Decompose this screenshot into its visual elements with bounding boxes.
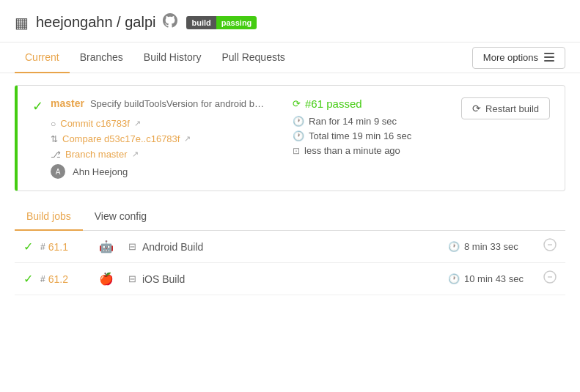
job-action-icon-2[interactable] <box>543 270 557 287</box>
build-stats: 🕐 Ran for 14 min 9 sec 🕐 Total time 19 m… <box>293 116 439 156</box>
ago-label: less than a minute ago <box>304 145 400 156</box>
svg-rect-2 <box>544 60 554 62</box>
job-number-1[interactable]: # 61.1 <box>40 241 84 253</box>
branch-external-icon: ↗ <box>132 149 139 159</box>
restart-icon: ⟳ <box>472 103 481 114</box>
ago-row: ⊡ less than a minute ago <box>293 145 439 156</box>
compare-link[interactable]: Compare d53c17e..c16783f <box>62 133 180 144</box>
commit-external-icon: ↗ <box>134 119 141 128</box>
total-time-row: 🕐 Total time 19 min 16 sec <box>293 130 439 141</box>
repo-icon: ▦ <box>15 14 29 32</box>
android-os-icon: 🤖 <box>99 240 114 254</box>
restart-build-button[interactable]: ⟳ Restart build <box>461 97 550 119</box>
job-check-icon-1: ✓ <box>23 240 33 254</box>
tab-view-config[interactable]: View config <box>83 203 158 231</box>
author-row: A Ahn Heejong <box>51 164 293 179</box>
ago-icon: ⊡ <box>293 146 300 156</box>
job-name-2: iOS Build <box>142 273 185 285</box>
svg-rect-1 <box>544 56 554 58</box>
svg-rect-0 <box>544 53 554 54</box>
job-name-section-1: ⊟ Android Build <box>128 241 448 253</box>
badge-build-label: build <box>186 16 216 29</box>
build-badge: build passing <box>186 16 257 29</box>
repo-title: heejongahn / galpi <box>36 14 155 31</box>
build-status-section: ⟳ #61 passed 🕐 Ran for 14 min 9 sec 🕐 To… <box>293 97 439 156</box>
more-options-label: More options <box>483 52 538 63</box>
github-icon <box>163 13 177 32</box>
job-type-icon-2: ⊟ <box>128 273 136 284</box>
job-time-2: 🕐 10 min 43 sec <box>448 273 536 284</box>
passed-label: #61 passed <box>305 97 362 110</box>
header: ▦ heejongahn / galpi build passing <box>0 0 580 42</box>
branch-row: ⎇ Branch master ↗ <box>51 149 293 160</box>
badge-passing-label: passing <box>216 16 257 29</box>
tab-build-jobs[interactable]: Build jobs <box>15 203 83 231</box>
job-time-icon-1: 🕐 <box>448 241 460 252</box>
job-action-icon-1[interactable] <box>543 238 557 255</box>
hash-icon-2: # <box>40 274 45 284</box>
commit-link[interactable]: Commit c16783f <box>60 118 130 129</box>
build-check-icon: ✓ <box>32 98 43 114</box>
passed-icon: ⟳ <box>293 98 301 109</box>
branch-name[interactable]: master <box>51 97 84 109</box>
table-row: ✓ # 61.1 🤖 ⊟ Android Build 🕐 8 min 33 se… <box>15 231 565 263</box>
ran-for-row: 🕐 Ran for 14 min 9 sec <box>293 116 439 127</box>
total-time-label: Total time 19 min 16 sec <box>309 130 411 141</box>
job-time-icon-2: 🕐 <box>448 273 460 284</box>
avatar: A <box>51 164 65 179</box>
apple-os-icon: 🍎 <box>99 272 114 286</box>
commit-icon: ○ <box>51 119 56 129</box>
job-number-label-2: 61.2 <box>48 273 68 285</box>
branch-icon: ⎇ <box>51 149 61 160</box>
job-time-label-2: 10 min 43 sec <box>464 273 524 284</box>
build-info: master Specify buildToolsVersion for and… <box>51 97 293 179</box>
ran-for-icon: 🕐 <box>293 116 304 127</box>
compare-external-icon: ↗ <box>184 134 191 144</box>
tab-branches[interactable]: Branches <box>70 42 133 73</box>
table-row: ✓ # 61.2 🍎 ⊟ iOS Build 🕐 10 min 43 sec <box>15 263 565 295</box>
nav-bar: Current Branches Build History Pull Requ… <box>0 42 580 73</box>
restart-label: Restart build <box>485 103 539 114</box>
branch-link[interactable]: Branch master <box>65 149 128 160</box>
job-check-icon-2: ✓ <box>23 272 33 286</box>
commit-row: ○ Commit c16783f ↗ <box>51 118 293 129</box>
job-number-2[interactable]: # 61.2 <box>40 273 84 285</box>
job-time-1: 🕐 8 min 33 sec <box>448 241 536 252</box>
job-type-icon-1: ⊟ <box>128 241 136 252</box>
author-name: Ahn Heejong <box>73 166 128 177</box>
ran-for-label: Ran for 14 min 9 sec <box>309 116 397 127</box>
build-card: ✓ master Specify buildToolsVersion for a… <box>15 85 565 191</box>
tab-pull-requests[interactable]: Pull Requests <box>211 42 295 73</box>
tab-current[interactable]: Current <box>15 42 70 73</box>
job-name-1: Android Build <box>142 241 203 253</box>
tab-build-history[interactable]: Build History <box>133 42 212 73</box>
compare-icon: ⇅ <box>51 134 58 144</box>
job-name-section-2: ⊟ iOS Build <box>128 273 448 285</box>
total-time-icon: 🕐 <box>293 130 304 141</box>
more-options-button[interactable]: More options <box>472 47 565 69</box>
jobs-tabs-section: Build jobs View config <box>15 203 565 231</box>
build-passed-status: ⟳ #61 passed <box>293 97 439 110</box>
nav-tabs: Current Branches Build History Pull Requ… <box>15 42 472 73</box>
hamburger-icon <box>544 52 554 64</box>
job-time-label-1: 8 min 33 sec <box>464 241 518 252</box>
compare-row: ⇅ Compare d53c17e..c16783f ↗ <box>51 133 293 144</box>
job-number-label-1: 61.1 <box>48 241 68 253</box>
jobs-table: ✓ # 61.1 🤖 ⊟ Android Build 🕐 8 min 33 se… <box>15 231 565 295</box>
commit-message: Specify buildToolsVersion for android b… <box>90 98 264 109</box>
hash-icon-1: # <box>40 242 45 252</box>
